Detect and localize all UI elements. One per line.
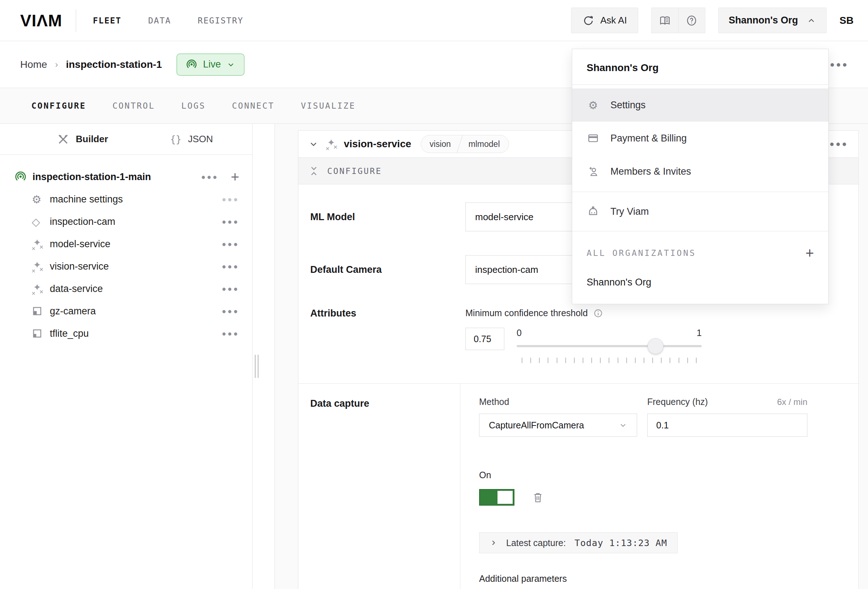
capture-method-select[interactable]: CaptureAllFromCamera bbox=[479, 414, 637, 437]
builder-json-toggle: Builder {} JSON bbox=[0, 124, 252, 155]
org-dropdown-menu: Shannon's Org ⚙ Settings Payment & Billi… bbox=[572, 49, 829, 304]
organization-item[interactable]: Shannon's Org bbox=[587, 277, 814, 288]
add-organization-button[interactable]: + bbox=[806, 246, 814, 260]
item-more-menu-button[interactable]: ●●● bbox=[222, 307, 239, 315]
ai-sparkle-icon bbox=[582, 15, 595, 27]
menu-item-label: Try Viam bbox=[610, 206, 649, 217]
chevron-right-icon: › bbox=[55, 59, 58, 70]
machine-more-menu-button[interactable]: ●●● bbox=[201, 173, 218, 181]
info-icon[interactable] bbox=[593, 309, 603, 318]
collapse-vertical-icon[interactable] bbox=[310, 166, 318, 176]
tab-configure[interactable]: CONFIGURE bbox=[31, 101, 86, 111]
trash-icon[interactable] bbox=[533, 491, 543, 503]
gear-icon: ⚙ bbox=[587, 99, 599, 111]
tree-item-vision-service[interactable]: ✦✕✕ vision-service ●●● bbox=[0, 255, 252, 278]
tree-item-label: inspection-cam bbox=[50, 216, 115, 227]
data-capture-label: Data capture bbox=[310, 398, 465, 409]
tab-visualize[interactable]: VISUALIZE bbox=[301, 101, 356, 111]
threshold-input[interactable] bbox=[465, 328, 504, 350]
tab-connect[interactable]: CONNECT bbox=[232, 101, 275, 111]
threshold-slider: 0 1 bbox=[517, 328, 702, 363]
page-more-menu-button[interactable]: ●●● bbox=[830, 60, 849, 69]
add-component-button[interactable]: + bbox=[231, 170, 239, 184]
frequency-input[interactable] bbox=[647, 414, 807, 437]
tree-item-machine-main[interactable]: inspection-station-1-main ●●● + bbox=[0, 166, 252, 188]
ml-model-value: model-service bbox=[475, 212, 534, 223]
chevron-right-icon bbox=[490, 539, 497, 547]
method-label: Method bbox=[479, 397, 509, 407]
menu-item-members-invites[interactable]: Members & Invites bbox=[572, 155, 828, 188]
slider-handle[interactable] bbox=[648, 338, 663, 354]
tree-item-gz-camera[interactable]: gz-camera ●●● bbox=[0, 300, 252, 322]
org-switcher-button[interactable]: Shannon's Org bbox=[718, 7, 827, 33]
configure-section-label: CONFIGURE bbox=[327, 166, 382, 176]
service-type-tags: vision mlmodel bbox=[421, 135, 509, 153]
all-organizations-label: ALL ORGANIZATIONS bbox=[587, 248, 696, 258]
user-plus-icon bbox=[587, 166, 599, 177]
item-more-menu-button[interactable]: ●●● bbox=[222, 330, 239, 338]
live-status-badge[interactable]: Live bbox=[176, 53, 245, 76]
book-icon bbox=[659, 15, 671, 26]
default-camera-value: inspection-cam bbox=[475, 264, 538, 275]
item-more-menu-button[interactable]: ●●● bbox=[222, 240, 239, 248]
documentation-button[interactable] bbox=[651, 8, 678, 33]
tree-item-label: vision-service bbox=[50, 261, 109, 272]
tree-item-model-service[interactable]: ✦✕✕ model-service ●●● bbox=[0, 233, 252, 255]
module-icon bbox=[32, 328, 48, 339]
sidebar-resize-gutter bbox=[252, 124, 275, 589]
sidebar-resize-handle[interactable] bbox=[255, 355, 260, 378]
chevron-down-icon bbox=[619, 421, 627, 429]
module-icon bbox=[32, 306, 48, 317]
credit-card-icon bbox=[587, 132, 599, 144]
latest-capture-time: Today 1:13:23 AM bbox=[574, 538, 667, 548]
json-mode-button[interactable]: {} JSON bbox=[170, 133, 213, 145]
builder-label: Builder bbox=[76, 133, 108, 145]
tab-control[interactable]: CONTROL bbox=[112, 101, 155, 111]
card-more-menu-button[interactable]: ●●● bbox=[830, 139, 848, 149]
tag-vision: vision bbox=[421, 135, 460, 152]
item-more-menu-button[interactable]: ●●● bbox=[222, 262, 239, 271]
attributes-label: Attributes bbox=[310, 308, 465, 319]
tree-item-inspection-cam[interactable]: ◇ inspection-cam ●●● bbox=[0, 210, 252, 233]
tree-item-tflite-cpu[interactable]: tflite_cpu ●●● bbox=[0, 322, 252, 345]
help-button[interactable] bbox=[678, 8, 705, 33]
toggle-knob bbox=[497, 491, 513, 504]
builder-mode-button[interactable]: Builder bbox=[58, 133, 108, 145]
slider-max-label: 1 bbox=[697, 328, 702, 338]
item-more-menu-button[interactable]: ●●● bbox=[222, 218, 239, 226]
camera-component-icon: ◇ bbox=[32, 216, 40, 228]
tree-item-machine-settings[interactable]: ⚙ machine settings ●●● bbox=[0, 188, 252, 210]
service-sparkle-icon: ✦✕✕ bbox=[32, 283, 44, 295]
menu-item-label: Payment & Billing bbox=[610, 133, 687, 144]
latest-capture-expander[interactable]: Latest capture: Today 1:13:23 AM bbox=[479, 532, 678, 553]
json-label: JSON bbox=[188, 133, 213, 145]
nav-item-data[interactable]: DATA bbox=[148, 16, 171, 25]
tree-item-data-service[interactable]: ✦✕✕ data-service ●●● bbox=[0, 278, 252, 300]
item-more-menu-button[interactable]: ●●● bbox=[222, 195, 239, 204]
menu-item-settings[interactable]: ⚙ Settings bbox=[572, 89, 828, 121]
breadcrumb-home-link[interactable]: Home bbox=[20, 59, 47, 70]
braces-icon: {} bbox=[170, 134, 182, 145]
nav-item-fleet[interactable]: FLEET bbox=[93, 16, 121, 25]
robot-icon bbox=[587, 205, 599, 218]
service-sparkle-icon: ✦✕✕ bbox=[326, 138, 338, 150]
menu-item-label: Members & Invites bbox=[610, 166, 691, 177]
nav-item-registry[interactable]: REGISTRY bbox=[198, 16, 244, 25]
viam-logo[interactable]: VIΛM bbox=[20, 11, 62, 30]
ask-ai-button[interactable]: Ask AI bbox=[571, 7, 638, 33]
menu-item-try-viam[interactable]: Try Viam bbox=[572, 195, 828, 228]
slider-rail[interactable] bbox=[517, 345, 702, 347]
capture-toggle[interactable] bbox=[479, 489, 514, 506]
chevron-down-icon bbox=[227, 60, 235, 69]
breadcrumb-machine-name: inspection-station-1 bbox=[66, 59, 162, 70]
tab-logs[interactable]: LOGS bbox=[182, 101, 206, 111]
topbar-divider bbox=[76, 9, 76, 32]
config-sidebar: Builder {} JSON inspection-station-1-mai… bbox=[0, 124, 252, 589]
user-avatar[interactable]: SB bbox=[840, 15, 853, 26]
item-more-menu-button[interactable]: ●●● bbox=[222, 285, 239, 293]
collapse-chevron-icon[interactable] bbox=[309, 139, 319, 149]
question-icon bbox=[686, 15, 697, 26]
tools-icon bbox=[58, 134, 69, 145]
menu-item-payment-billing[interactable]: Payment & Billing bbox=[572, 121, 828, 155]
card-title: vision-service bbox=[344, 138, 411, 150]
